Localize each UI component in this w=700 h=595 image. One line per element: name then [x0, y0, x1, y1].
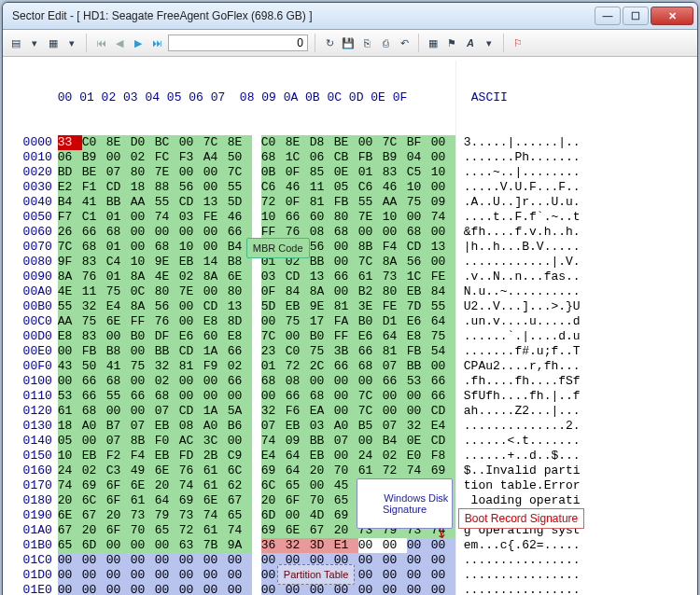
- hex-byte[interactable]: EB: [286, 419, 310, 434]
- hex-row[interactable]: F7 C1 01 00 74 03 FE 46 10 66 60 80 7E 1…: [58, 210, 455, 225]
- hex-byte[interactable]: B7: [106, 419, 131, 434]
- hex-byte[interactable]: 3C: [203, 434, 228, 449]
- hex-byte[interactable]: E1: [334, 538, 358, 553]
- hex-byte[interactable]: 70: [310, 493, 334, 508]
- hex-byte[interactable]: BD: [58, 165, 82, 180]
- hex-byte[interactable]: 6E: [203, 493, 228, 508]
- hex-byte[interactable]: 02: [179, 270, 203, 284]
- hex-byte[interactable]: 01: [261, 359, 286, 374]
- hex-byte[interactable]: 66: [334, 270, 358, 284]
- hex-byte[interactable]: 8E: [228, 135, 252, 150]
- hex-byte[interactable]: 60: [203, 329, 228, 344]
- hex-byte[interactable]: 45: [334, 478, 358, 493]
- ascii-row[interactable]: tion table.Error: [464, 478, 581, 493]
- hex-byte[interactable]: 00: [203, 553, 228, 568]
- hex-byte[interactable]: D1: [383, 314, 407, 329]
- hex-byte[interactable]: 00: [155, 538, 179, 553]
- hex-byte[interactable]: 66: [82, 389, 106, 404]
- hex-byte[interactable]: 26: [58, 225, 82, 240]
- hex-byte[interactable]: 73: [383, 270, 407, 284]
- dropdown-icon[interactable]: ▾: [64, 35, 79, 50]
- hex-byte[interactable]: 68: [155, 389, 179, 404]
- hex-byte[interactable]: 66: [286, 389, 310, 404]
- hex-byte[interactable]: 0C: [131, 284, 155, 299]
- hex-byte[interactable]: 20: [155, 478, 179, 493]
- hex-byte[interactable]: 17: [310, 314, 334, 329]
- hex-byte[interactable]: 68: [358, 359, 383, 374]
- hex-byte[interactable]: 00: [58, 374, 82, 389]
- hex-byte[interactable]: 08: [310, 225, 334, 240]
- hex-byte[interactable]: 00: [358, 135, 383, 150]
- hex-byte[interactable]: FF: [334, 329, 358, 344]
- ascii-row[interactable]: loading operati: [464, 493, 581, 508]
- hex-byte[interactable]: F8: [431, 449, 455, 464]
- hex-byte[interactable]: F1: [82, 180, 106, 195]
- hex-byte[interactable]: 72: [383, 478, 407, 493]
- hex-byte[interactable]: 55: [58, 299, 82, 314]
- hex-byte[interactable]: EA: [310, 404, 334, 419]
- hex-byte[interactable]: 24: [358, 449, 383, 464]
- hex-byte[interactable]: D8: [310, 135, 334, 150]
- hex-byte[interactable]: 62: [228, 478, 252, 493]
- hex-byte[interactable]: 00: [179, 568, 203, 583]
- hex-byte[interactable]: 00: [358, 568, 383, 583]
- hex-byte[interactable]: 00: [407, 210, 431, 225]
- hex-byte[interactable]: BB: [106, 195, 131, 210]
- hex-byte[interactable]: 6C: [228, 464, 252, 478]
- hex-row[interactable]: 06 B9 00 02 FC F3 A4 50 68 1C 06 CB FB B…: [58, 150, 455, 165]
- hex-byte[interactable]: 00: [261, 568, 286, 583]
- hex-byte[interactable]: 80: [131, 165, 155, 180]
- hex-byte[interactable]: 2C: [310, 359, 334, 374]
- hex-byte[interactable]: 75: [407, 195, 431, 210]
- hex-byte[interactable]: CD: [431, 404, 455, 419]
- hex-byte[interactable]: 02: [228, 359, 252, 374]
- hex-byte[interactable]: 8B: [131, 434, 155, 449]
- hex-row[interactable]: 61 68 00 00 07 CD 1A 5A 32 F6 EA 00 7C 0…: [58, 404, 455, 419]
- hex-byte[interactable]: E8: [228, 329, 252, 344]
- hex-byte[interactable]: 7C: [203, 135, 228, 150]
- hex-byte[interactable]: 76: [155, 314, 179, 329]
- refresh-icon[interactable]: ↻: [322, 35, 337, 50]
- hex-byte[interactable]: 0F: [286, 165, 310, 180]
- hex-byte[interactable]: 56: [407, 255, 431, 270]
- hex-byte[interactable]: 0F: [261, 284, 286, 299]
- hex-byte[interactable]: BF: [407, 135, 431, 150]
- hex-byte[interactable]: 00: [131, 404, 155, 419]
- hex-byte[interactable]: 00: [310, 568, 334, 583]
- hex-byte[interactable]: 6F: [106, 493, 131, 508]
- hex-byte[interactable]: 00: [203, 240, 228, 255]
- hex-byte[interactable]: 00: [431, 359, 455, 374]
- hex-byte[interactable]: EB: [155, 419, 179, 434]
- hex-byte[interactable]: 5D: [228, 195, 252, 210]
- hex-byte[interactable]: 73: [407, 523, 431, 538]
- hex-byte[interactable]: 46: [383, 180, 407, 195]
- hex-byte[interactable]: 01: [106, 240, 131, 255]
- hex-byte[interactable]: A4: [203, 150, 228, 165]
- hex-byte[interactable]: 8A: [131, 270, 155, 284]
- hex-byte[interactable]: 72: [261, 195, 286, 210]
- hex-byte[interactable]: 69: [431, 464, 455, 478]
- hex-byte[interactable]: 00: [358, 553, 383, 568]
- nav-prev-icon[interactable]: ◀: [112, 35, 127, 50]
- hex-byte[interactable]: 66: [431, 389, 455, 404]
- hex-byte[interactable]: 6E: [58, 508, 82, 523]
- hex-byte[interactable]: 66: [228, 344, 252, 359]
- ascii-row[interactable]: ................: [464, 583, 581, 595]
- hex-byte[interactable]: 00: [179, 314, 203, 329]
- hex-byte[interactable]: CD: [203, 299, 228, 314]
- hex-byte[interactable]: CD: [179, 404, 203, 419]
- hex-byte[interactable]: 55: [431, 299, 455, 314]
- hex-byte[interactable]: 88: [155, 180, 179, 195]
- hex-byte[interactable]: 11: [82, 284, 106, 299]
- hex-byte[interactable]: 13: [228, 299, 252, 314]
- hex-byte[interactable]: 00: [58, 344, 82, 359]
- hex-byte[interactable]: 7C: [261, 329, 286, 344]
- hex-byte[interactable]: 8B: [358, 240, 383, 255]
- hex-byte[interactable]: 00: [431, 225, 455, 240]
- hex-byte[interactable]: 65: [286, 478, 310, 493]
- hex-byte[interactable]: 74: [407, 464, 431, 478]
- hex-byte[interactable]: 69: [407, 508, 431, 523]
- hex-byte[interactable]: C0: [286, 344, 310, 359]
- close-button[interactable]: ✕: [651, 7, 693, 25]
- hex-byte[interactable]: 07: [131, 419, 155, 434]
